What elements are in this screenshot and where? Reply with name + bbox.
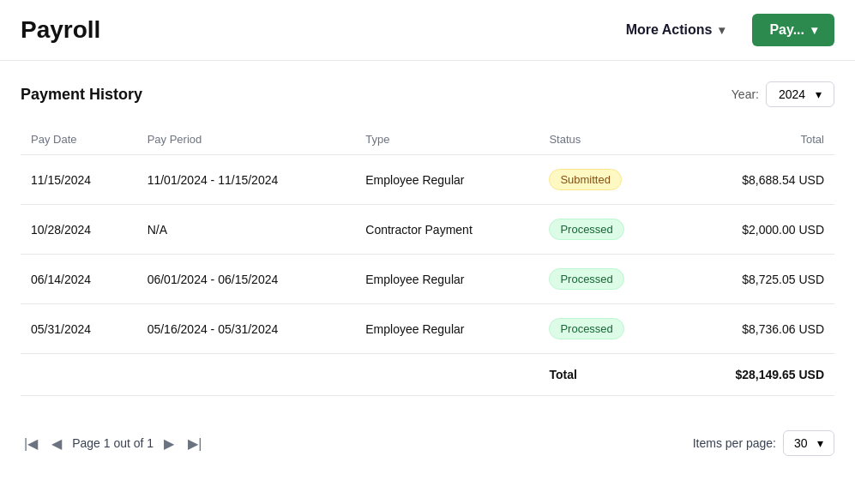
table-row[interactable]: 05/31/2024 05/16/2024 - 05/31/2024 Emplo…	[21, 304, 834, 354]
cell-pay-period: N/A	[137, 205, 356, 255]
more-actions-chevron-icon: ▾	[719, 23, 725, 37]
section-title: Payment History	[21, 86, 142, 104]
status-badge: Processed	[549, 318, 623, 339]
main-content: Payment History Year: 2024 ▾ Pay Date Pa…	[0, 61, 855, 417]
cell-total: $8,688.54 USD	[677, 155, 834, 205]
pay-button-chevron-icon: ▾	[811, 23, 817, 37]
year-selector: Year: 2024 ▾	[732, 81, 834, 107]
cell-status: Processed	[539, 304, 677, 354]
cell-status: Processed	[539, 255, 677, 304]
cell-type: Employee Regular	[355, 155, 539, 205]
section-header: Payment History Year: 2024 ▾	[21, 81, 834, 107]
total-label: Total	[539, 354, 677, 396]
items-per-page-dropdown[interactable]: 30 ▾	[783, 430, 834, 456]
col-status: Status	[539, 124, 677, 155]
cell-pay-period: 05/16/2024 - 05/31/2024	[137, 304, 356, 354]
table-header-row: Pay Date Pay Period Type Status Total	[21, 124, 834, 155]
pagination: |◀ ◀ Page 1 out of 1 ▶ ▶|	[21, 434, 205, 453]
table-row[interactable]: 06/14/2024 06/01/2024 - 06/15/2024 Emplo…	[21, 255, 834, 304]
col-type: Type	[355, 124, 539, 155]
total-row: Total $28,149.65 USD	[21, 354, 834, 396]
col-pay-date: Pay Date	[21, 124, 137, 155]
payment-history-table: Pay Date Pay Period Type Status Total 11…	[21, 124, 834, 396]
items-per-page-value: 30	[794, 436, 808, 450]
cell-type: Employee Regular	[355, 304, 539, 354]
pay-button-label: Pay...	[769, 22, 804, 38]
cell-status: Processed	[539, 205, 677, 255]
col-pay-period: Pay Period	[137, 124, 356, 155]
next-page-button[interactable]: ▶	[160, 434, 178, 453]
page-header: Payroll More Actions ▾ Pay... ▾	[0, 0, 855, 61]
cell-pay-period: 06/01/2024 - 06/15/2024	[137, 255, 356, 304]
col-total: Total	[677, 124, 834, 155]
items-per-page-chevron-icon: ▾	[817, 436, 823, 450]
table-row[interactable]: 10/28/2024 N/A Contractor Payment Proces…	[21, 205, 834, 255]
cell-pay-date: 06/14/2024	[21, 255, 137, 304]
cell-status: Submitted	[539, 155, 677, 205]
status-badge: Submitted	[549, 169, 622, 190]
cell-total: $2,000.00 USD	[677, 205, 834, 255]
cell-pay-date: 10/28/2024	[21, 205, 137, 255]
cell-pay-period: 11/01/2024 - 11/15/2024	[137, 155, 356, 205]
status-badge: Processed	[549, 219, 623, 240]
more-actions-button[interactable]: More Actions ▾	[609, 14, 743, 46]
year-dropdown[interactable]: 2024 ▾	[766, 81, 834, 107]
year-chevron-icon: ▾	[816, 87, 822, 101]
cell-pay-date: 05/31/2024	[21, 304, 137, 354]
page-title: Payroll	[21, 16, 100, 44]
year-label: Year:	[732, 87, 759, 101]
last-page-button[interactable]: ▶|	[184, 434, 205, 453]
pay-button[interactable]: Pay... ▾	[752, 14, 834, 46]
header-actions: More Actions ▾ Pay... ▾	[609, 14, 834, 46]
year-value: 2024	[779, 87, 805, 101]
cell-total: $8,725.05 USD	[677, 255, 834, 304]
table-row[interactable]: 11/15/2024 11/01/2024 - 11/15/2024 Emplo…	[21, 155, 834, 205]
more-actions-label: More Actions	[626, 22, 713, 38]
total-value: $28,149.65 USD	[677, 354, 834, 396]
table-footer: |◀ ◀ Page 1 out of 1 ▶ ▶| Items per page…	[0, 417, 855, 463]
items-per-page-label: Items per page:	[693, 436, 776, 450]
first-page-button[interactable]: |◀	[21, 434, 41, 453]
cell-total: $8,736.06 USD	[677, 304, 834, 354]
cell-type: Contractor Payment	[355, 205, 539, 255]
cell-type: Employee Regular	[355, 255, 539, 304]
prev-page-button[interactable]: ◀	[48, 434, 65, 453]
total-spacer	[21, 354, 539, 396]
page-info: Page 1 out of 1	[72, 436, 154, 450]
status-badge: Processed	[549, 268, 623, 290]
items-per-page-section: Items per page: 30 ▾	[693, 430, 834, 456]
cell-pay-date: 11/15/2024	[21, 155, 137, 205]
